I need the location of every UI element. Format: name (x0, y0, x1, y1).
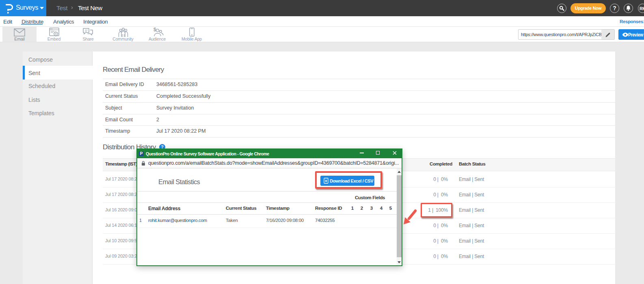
svg-text:$: $ (153, 27, 156, 32)
